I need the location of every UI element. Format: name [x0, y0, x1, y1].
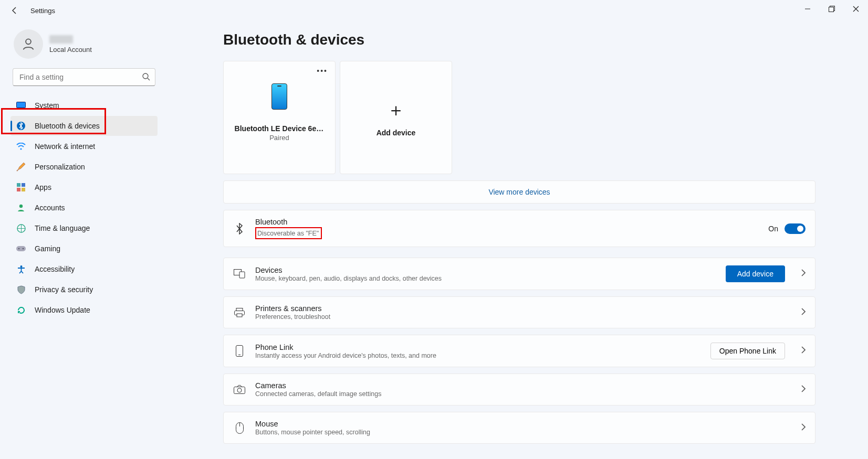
row-title: Devices: [255, 266, 442, 274]
view-more-label: View more devices: [488, 188, 550, 196]
svg-rect-21: [239, 272, 245, 278]
row-title: Printers & scanners: [255, 304, 330, 313]
sidebar-item-windows-update[interactable]: Windows Update: [11, 300, 158, 320]
window-controls: [796, 0, 868, 18]
apps-icon: [16, 182, 26, 193]
svg-point-18: [23, 248, 24, 250]
sidebar-item-personalization[interactable]: Personalization: [11, 157, 158, 177]
cameras-row[interactable]: Cameras Connected cameras, default image…: [223, 373, 815, 405]
globe-clock-icon: [16, 223, 26, 233]
svg-line-5: [148, 78, 150, 80]
sidebar-item-label: Bluetooth & devices: [35, 122, 100, 130]
mouse-row[interactable]: Mouse Buttons, mouse pointer speed, scro…: [223, 412, 815, 444]
window-title: Settings: [30, 7, 55, 15]
system-icon: [16, 100, 26, 111]
open-phone-link-button[interactable]: Open Phone Link: [710, 343, 785, 359]
add-device-button[interactable]: Add device: [726, 265, 785, 282]
view-more-devices-link[interactable]: View more devices: [223, 180, 815, 204]
search-input[interactable]: [13, 68, 155, 86]
svg-point-4: [143, 73, 148, 79]
devices-icon: [233, 269, 246, 279]
more-icon[interactable]: •••: [317, 67, 328, 75]
annotation-highlight-discoverable: Discoverable as "FE": [255, 227, 322, 239]
svg-point-14: [19, 205, 23, 208]
minimize-button[interactable]: [796, 0, 820, 18]
sidebar-item-privacy[interactable]: Privacy & security: [11, 280, 158, 300]
sidebar-item-label: System: [35, 101, 59, 110]
chevron-right-icon: [801, 346, 806, 356]
printers-row[interactable]: Printers & scanners Preferences, trouble…: [223, 296, 815, 328]
phone-link-row[interactable]: Phone Link Instantly access your Android…: [223, 335, 815, 367]
camera-icon: [233, 385, 246, 394]
accessibility-icon: [16, 264, 26, 274]
svg-rect-10: [17, 183, 20, 187]
update-icon: [16, 305, 26, 315]
row-subtitle: Connected cameras, default image setting…: [255, 390, 381, 398]
person-icon: [16, 202, 26, 213]
sidebar-item-gaming[interactable]: Gaming: [11, 239, 158, 259]
user-account-type: Local Account: [49, 46, 92, 54]
gamepad-icon: [16, 243, 26, 254]
svg-rect-27: [234, 387, 245, 394]
device-status: Paired: [269, 134, 289, 142]
sidebar-item-label: Time & language: [35, 224, 90, 232]
device-name: Bluetooth LE Device 6ea...: [229, 124, 330, 133]
user-header[interactable]: Local Account: [11, 27, 158, 66]
bluetooth-outline-icon: [233, 223, 246, 234]
bluetooth-toggle[interactable]: [785, 223, 806, 234]
sidebar-item-network[interactable]: Network & internet: [11, 136, 158, 156]
svg-point-9: [20, 148, 22, 150]
bluetooth-title: Bluetooth: [255, 218, 322, 226]
sidebar-item-bluetooth-devices[interactable]: Bluetooth & devices: [11, 116, 158, 136]
bluetooth-icon: [16, 121, 26, 131]
sidebar-item-label: Network & internet: [35, 142, 95, 151]
sidebar-item-accessibility[interactable]: Accessibility: [11, 259, 158, 279]
user-name-redacted: [49, 35, 73, 44]
back-button[interactable]: [6, 2, 23, 19]
chevron-right-icon: [801, 269, 806, 279]
maximize-button[interactable]: [820, 0, 844, 18]
row-title: Mouse: [255, 420, 370, 428]
shield-icon: [16, 284, 26, 295]
svg-point-28: [237, 388, 242, 392]
row-subtitle: Preferences, troubleshoot: [255, 313, 330, 321]
printer-icon: [233, 308, 246, 317]
sidebar-item-time-language[interactable]: Time & language: [11, 218, 158, 238]
sidebar-item-apps[interactable]: Apps: [11, 177, 158, 197]
row-title: Cameras: [255, 381, 381, 390]
add-device-card[interactable]: ＋ Add device: [340, 61, 452, 174]
titlebar: Settings: [0, 0, 868, 21]
svg-rect-16: [16, 246, 26, 251]
svg-point-19: [20, 265, 22, 268]
svg-rect-22: [236, 308, 243, 311]
wifi-icon: [16, 141, 26, 152]
sidebar-item-system[interactable]: System: [11, 95, 158, 115]
sidebar-item-accounts[interactable]: Accounts: [11, 198, 158, 218]
bluetooth-toggle-row: Bluetooth Discoverable as "FE" On: [223, 210, 815, 247]
sidebar-item-label: Gaming: [35, 244, 60, 253]
paired-device-card[interactable]: ••• Bluetooth LE Device 6ea... Paired: [223, 61, 336, 174]
chevron-right-icon: [801, 308, 806, 317]
svg-rect-13: [22, 188, 25, 191]
svg-point-17: [18, 248, 20, 250]
svg-rect-7: [19, 108, 23, 109]
search-box[interactable]: [13, 68, 155, 86]
mouse-icon: [233, 422, 246, 434]
bluetooth-state-label: On: [768, 225, 778, 233]
phone-icon: [233, 345, 246, 357]
svg-rect-24: [237, 314, 242, 317]
row-subtitle: Buttons, mouse pointer speed, scrolling: [255, 429, 370, 436]
sidebar-item-label: Windows Update: [35, 306, 90, 314]
svg-rect-11: [22, 183, 25, 187]
paintbrush-icon: [16, 162, 26, 172]
close-button[interactable]: [844, 0, 868, 18]
row-subtitle: Mouse, keyboard, pen, audio, displays an…: [255, 275, 442, 282]
row-subtitle: Instantly access your Android device's p…: [255, 352, 436, 359]
svg-rect-2: [829, 7, 834, 12]
phone-icon: [271, 83, 287, 110]
sidebar-item-label: Personalization: [35, 163, 85, 171]
chevron-right-icon: [801, 423, 806, 433]
avatar: [14, 29, 43, 59]
sidebar-item-label: Accounts: [35, 204, 65, 212]
devices-row[interactable]: Devices Mouse, keyboard, pen, audio, dis…: [223, 258, 815, 290]
